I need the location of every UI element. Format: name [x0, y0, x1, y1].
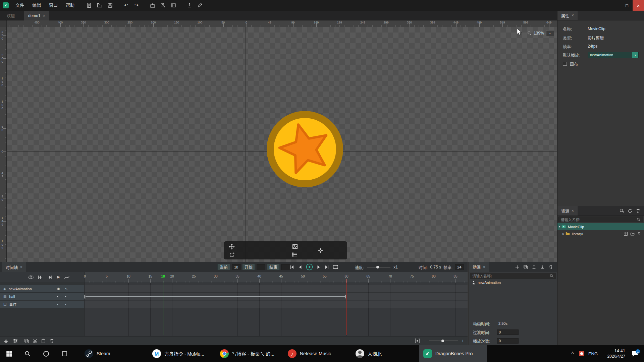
default-play-dropdown[interactable]: newAnimation ▼: [588, 52, 639, 58]
layer-row[interactable]: ▤ 事件 • •: [0, 301, 84, 308]
copy-frames-icon[interactable]: [24, 339, 29, 344]
cortana-icon[interactable]: [37, 345, 55, 362]
start-frame-button[interactable]: 开始: [242, 264, 255, 270]
timeline-zoom-slider[interactable]: [429, 341, 458, 341]
save-project-icon[interactable]: [106, 1, 114, 9]
atlas-icon[interactable]: [624, 232, 628, 236]
task-view-icon[interactable]: [55, 345, 74, 362]
taskbar-search-icon[interactable]: [18, 345, 37, 362]
fit-timeline-icon[interactable]: [415, 338, 420, 344]
speed-slider[interactable]: [367, 267, 390, 267]
skip-start-button[interactable]: [289, 264, 294, 270]
open-project-icon[interactable]: [96, 1, 104, 9]
play-button[interactable]: [306, 263, 313, 270]
caret-right-icon[interactable]: ▶: [561, 233, 566, 235]
chevron-down-icon[interactable]: ▼: [632, 52, 638, 58]
frame-settings-icon[interactable]: [13, 338, 18, 344]
skip-end-button[interactable]: [324, 264, 330, 270]
auto-key-icon[interactable]: [3, 338, 9, 344]
tab-resources[interactable]: 资源 ×: [557, 206, 578, 216]
taskbar-clock[interactable]: 14:41 2020/4/27: [600, 348, 628, 359]
menu-item[interactable]: 帮助: [62, 0, 78, 11]
delete-resource-icon[interactable]: [636, 208, 641, 214]
layer-order-icon[interactable]: [291, 250, 299, 258]
timeline-zoom-out[interactable]: −: [423, 338, 426, 344]
timeline-zoom-knob[interactable]: [441, 340, 444, 342]
layer-visibility-icon[interactable]: •: [57, 302, 58, 306]
taskbar-app-steam[interactable]: Steam: [80, 345, 148, 362]
layer-select-icon[interactable]: •: [65, 295, 66, 298]
animation-property-value[interactable]: 0: [497, 338, 519, 344]
current-frame-button[interactable]: 当前: [217, 264, 230, 270]
tab-animation[interactable]: 动画 ×: [469, 262, 489, 272]
undo-icon[interactable]: ↶: [122, 1, 130, 9]
end-frame-marker[interactable]: [346, 279, 346, 335]
language-indicator[interactable]: ENG: [586, 351, 600, 356]
start-frame-input[interactable]: [257, 264, 265, 270]
tray-app-icon[interactable]: [577, 351, 586, 356]
delete-animation-icon[interactable]: [548, 265, 553, 269]
taskbar-app-mumu[interactable]: M 方舟指令 - MuMu...: [148, 345, 216, 362]
resources-search[interactable]: 请输入名称!: [558, 217, 643, 222]
import-stage-icon[interactable]: [169, 1, 177, 9]
tab-close-icon[interactable]: ×: [43, 13, 45, 18]
redo-icon[interactable]: ↷: [132, 1, 141, 9]
menu-item[interactable]: 编辑: [28, 0, 45, 11]
edit-mode-icon[interactable]: [196, 1, 204, 9]
tree-item-library[interactable]: ▶ library/: [557, 230, 644, 237]
pivot-tool-icon[interactable]: [316, 246, 324, 254]
export-animation-icon[interactable]: [532, 265, 536, 269]
refresh-icon[interactable]: [628, 208, 633, 214]
tray-expand-icon[interactable]: ^: [568, 351, 577, 356]
frame-ruler[interactable]: 0510152025303540455055606570758085: [84, 272, 468, 283]
canvas-checkbox[interactable]: [563, 62, 567, 66]
current-frame-input[interactable]: 18: [232, 264, 240, 270]
next-keyframe-icon[interactable]: [47, 275, 53, 280]
animation-property-value[interactable]: 0: [497, 329, 519, 335]
add-resource-icon[interactable]: [620, 208, 625, 214]
cut-frames-icon[interactable]: [33, 339, 38, 344]
menu-item[interactable]: 文件: [11, 0, 28, 11]
end-frame-button[interactable]: 结束: [267, 264, 280, 270]
animation-list-item[interactable]: newAnimation: [472, 281, 501, 285]
timeline-zoom-in[interactable]: +: [462, 338, 464, 344]
animation-search[interactable]: 请输入名称!: [470, 273, 556, 279]
menu-item[interactable]: 窗口: [45, 0, 62, 11]
action-center-icon[interactable]: 1: [628, 350, 642, 357]
tab-close-icon[interactable]: ×: [572, 208, 574, 213]
tab-timeline[interactable]: 时间轴 ×: [2, 262, 26, 272]
import-animation-icon[interactable]: [540, 265, 545, 269]
zoom-tool-icon[interactable]: [527, 31, 532, 36]
import-armature-icon[interactable]: [149, 1, 157, 9]
rotate-tool-icon[interactable]: [228, 251, 236, 259]
move-tool-icon[interactable]: [228, 243, 236, 251]
frame-grid-row[interactable]: [85, 293, 468, 300]
close-button[interactable]: ×: [633, 0, 644, 11]
layer-visibility-icon[interactable]: •: [57, 295, 58, 298]
minimize-button[interactable]: –: [610, 0, 621, 11]
search-icon[interactable]: [550, 274, 554, 278]
onion-skin-icon[interactable]: [28, 275, 34, 280]
tab-properties[interactable]: 属性 ×: [557, 11, 578, 20]
frame-grid[interactable]: [84, 283, 468, 337]
tab-demo1[interactable]: demo1 ×: [24, 11, 49, 20]
export-icon[interactable]: [185, 1, 194, 9]
search-icon[interactable]: [637, 218, 641, 222]
tab-close-icon[interactable]: ×: [572, 13, 574, 18]
speed-slider-knob[interactable]: [376, 266, 379, 268]
paste-frames-icon[interactable]: [41, 339, 46, 344]
new-project-icon[interactable]: [85, 1, 93, 9]
taskbar-app-dragonbones[interactable]: DragonBones Pro: [419, 345, 487, 362]
animation-property-value[interactable]: 2.50s: [497, 321, 519, 326]
tab-close-icon[interactable]: ×: [20, 265, 22, 269]
frame-grid-row[interactable]: [85, 285, 468, 293]
curve-editor-icon[interactable]: [64, 275, 70, 280]
layer-select-icon[interactable]: ↖: [65, 287, 68, 291]
open-folder-icon[interactable]: [630, 232, 635, 236]
texture-tool-icon[interactable]: [291, 242, 299, 250]
layer-visibility-icon[interactable]: ◉: [57, 287, 60, 291]
fps-input[interactable]: 24: [455, 264, 464, 270]
add-animation-icon[interactable]: [515, 265, 520, 269]
duplicate-animation-icon[interactable]: [523, 265, 528, 269]
playhead[interactable]: [163, 279, 163, 335]
